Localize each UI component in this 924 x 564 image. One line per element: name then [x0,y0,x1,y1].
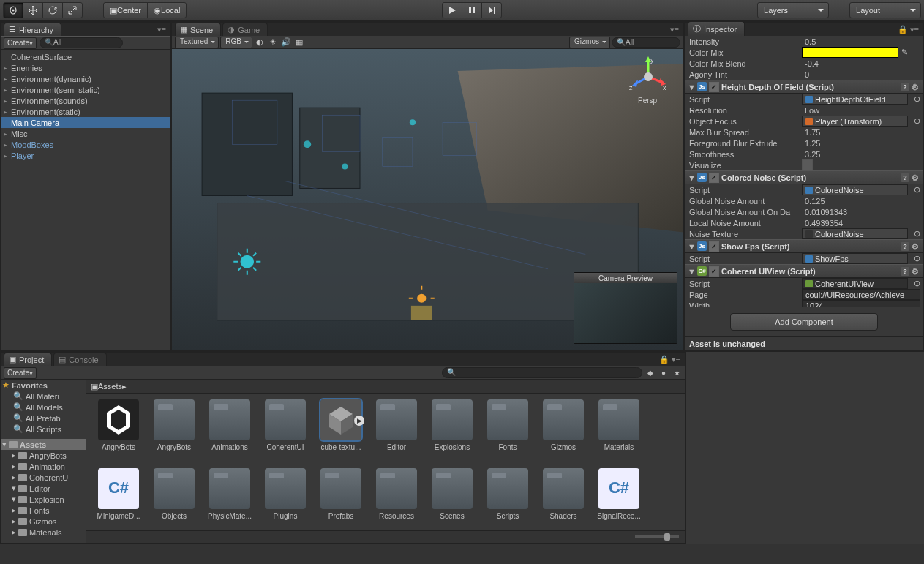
component-help-icon[interactable]: ? [901,173,909,182]
component-help-icon[interactable]: ? [901,83,909,91]
asset-item[interactable]: Scripts [481,468,534,530]
foldout-icon[interactable]: ▸ [4,75,11,83]
hierarchy-item[interactable]: ▸Player [1,150,170,161]
console-tab[interactable]: ▤ Console [53,353,106,366]
foldout-icon[interactable]: ▸ [4,97,11,105]
pivot-center-button[interactable]: ▣ Center [103,2,148,18]
scene-fx-icon[interactable]: ▦ [293,37,305,48]
asset-item[interactable]: Animations [203,399,256,465]
asset-item[interactable]: Scenes [426,468,478,530]
move-tool[interactable] [23,2,43,18]
grid-size-thumb[interactable] [664,533,670,541]
hierarchy-create-dropdown[interactable]: Create ▾ [4,37,37,49]
project-filter-icon-3[interactable]: ★ [672,369,682,377]
grid-size-slider[interactable] [635,535,679,538]
asset-item[interactable]: ▶cube-textu... [315,399,367,465]
foldout-icon[interactable]: ▸ [4,108,11,116]
project-filter-icon-1[interactable]: ◆ [645,369,656,377]
asset-item[interactable]: Objects [148,468,200,530]
tree-item[interactable]: ▸ CoherentU [1,472,86,483]
scene-viewport[interactable]: yxz Persp Camera Preview [172,49,683,350]
asset-item[interactable]: Fonts [481,399,534,465]
component-header[interactable]: ▼Js✓Colored Noise (Script)?⚙ [685,170,923,184]
hierarchy-search[interactable]: 🔍All [40,37,123,48]
asset-item[interactable]: C#MinigameD... [92,468,145,530]
asset-item[interactable]: Editor [370,399,423,465]
tree-item[interactable]: ▸ Materials [1,527,86,538]
game-tab[interactable]: ◑ Game [222,23,268,36]
object-picker-icon[interactable]: ⊙ [911,116,923,126]
asset-item[interactable]: Prefabs [315,468,367,530]
tree-item[interactable]: ▸ AngryBots [1,450,86,461]
scene-audio-icon[interactable]: 🔊 [280,37,292,48]
object-picker-icon[interactable]: ⊙ [911,185,923,195]
tree-item[interactable]: ▸ Fonts [1,505,86,516]
hierarchy-item[interactable]: ▸Environment(dynamic) [1,73,170,84]
object-field[interactable]: Player (Transform) [802,116,908,127]
component-foldout-icon[interactable]: ▼ [688,83,695,91]
project-create-dropdown[interactable]: Create ▾ [4,367,37,379]
scene-light-icon[interactable]: ☀ [267,37,279,48]
object-field[interactable]: CoherentUIView [802,278,908,289]
checkbox[interactable] [802,159,813,170]
play-button[interactable] [442,2,462,18]
step-button[interactable] [481,2,502,18]
hierarchy-item[interactable]: ▸Environment(sounds) [1,95,170,106]
asset-item[interactable]: CoherentUI [259,399,312,465]
scene-tab[interactable]: ▦ Scene [175,23,221,36]
foldout-icon[interactable]: ▸ [4,130,11,138]
tree-item[interactable]: ▸ Animation [1,461,86,472]
hierarchy-item[interactable]: Main Camera [1,117,170,128]
eyedropper-icon[interactable]: ✎ [898,48,911,57]
hierarchy-tab[interactable]: ☰ Hierarchy [4,23,61,36]
tree-item[interactable]: 🔍 All Prefab [1,413,86,424]
asset-item[interactable]: Explosions [426,399,478,465]
inspector-lock-icon[interactable]: 🔒 ▾≡ [893,23,923,36]
hierarchy-item[interactable]: CoherentSurface [1,51,170,62]
object-picker-icon[interactable]: ⊙ [911,94,923,104]
asset-item[interactable]: Materials [593,399,645,465]
scale-tool[interactable] [62,2,83,18]
object-picker-icon[interactable]: ⊙ [911,229,923,238]
hierarchy-menu-icon[interactable]: ▾≡ [153,23,170,36]
object-picker-icon[interactable]: ⊙ [911,279,923,288]
component-gear-icon[interactable]: ⚙ [912,83,920,91]
component-gear-icon[interactable]: ⚙ [912,242,920,251]
project-search[interactable]: 🔍 [442,367,642,378]
scene-2d-icon[interactable]: ◐ [254,37,266,48]
tree-item[interactable]: ▾ Explosion [1,494,86,505]
object-field[interactable]: ColoredNoise [802,228,908,239]
asset-item[interactable]: AngryBots [92,399,145,465]
component-foldout-icon[interactable]: ▼ [688,173,695,182]
scene-rgb-dropdown[interactable]: RGB [220,37,252,48]
asset-item[interactable]: Resources [370,468,423,530]
hierarchy-item[interactable]: ▸Enemies [1,62,170,73]
tree-item[interactable]: 🔍 All Materi [1,391,86,402]
component-help-icon[interactable]: ? [901,242,909,251]
hierarchy-item[interactable]: ▸Misc [1,128,170,139]
layers-dropdown[interactable]: Layers [757,2,829,18]
tree-item[interactable]: ★ Favorites [1,380,86,391]
component-gear-icon[interactable]: ⚙ [912,267,920,276]
project-filter-icon-2[interactable]: ● [658,369,669,377]
asset-item[interactable]: Plugins [259,468,312,530]
foldout-icon[interactable]: ▸ [4,64,11,72]
component-header[interactable]: ▼C#✓Coherent UIView (Script)?⚙ [685,264,923,278]
tree-item[interactable]: 🔍 All Models [1,402,86,413]
asset-item[interactable]: PhysicMate... [203,468,256,530]
component-foldout-icon[interactable]: ▼ [688,267,695,276]
tree-item[interactable]: 🔍 All Scripts [1,424,86,435]
scene-search[interactable]: 🔍All [612,37,680,48]
layout-dropdown[interactable]: Layout [849,2,921,18]
project-tab[interactable]: ▣ Project [4,353,52,366]
asset-item[interactable]: Gizmos [537,399,590,465]
text-input[interactable]: 1024 [802,300,920,307]
asset-item[interactable]: C#SignalRece... [593,468,645,530]
object-field[interactable]: ShowFps [802,253,908,264]
inspector-tab[interactable]: ⓘ Inspector [688,21,745,36]
tree-item[interactable]: ▸ Gizmos [1,516,86,527]
foldout-icon[interactable]: ▸ [4,152,11,159]
asset-item[interactable]: Shaders [537,468,590,530]
axis-gizmo[interactable]: yxz Persp [626,55,670,99]
foldout-icon[interactable]: ▸ [4,141,11,148]
